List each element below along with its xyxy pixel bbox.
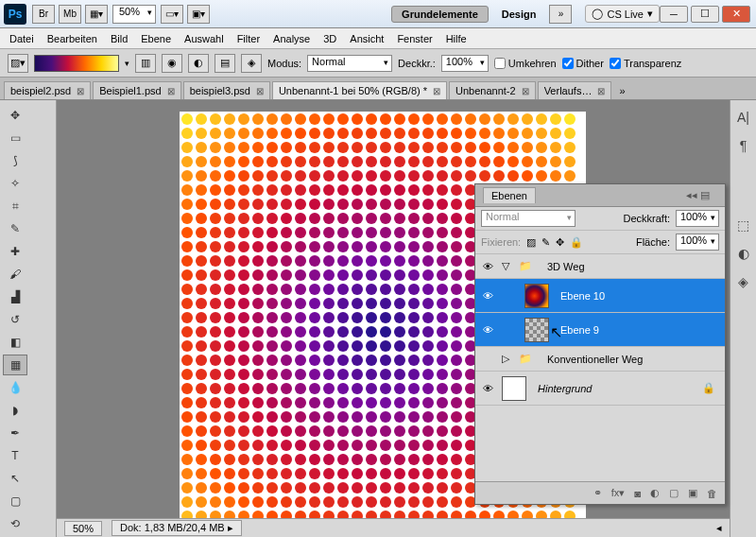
opacity-field[interactable]: 100% — [441, 55, 489, 72]
tab-close-icon[interactable]: ⊠ — [597, 86, 605, 96]
adjustment-layer-icon[interactable]: ◐ — [650, 487, 660, 499]
bridge-button[interactable]: Br — [32, 5, 55, 24]
document-tab[interactable]: Unbenannt-2⊠ — [449, 81, 536, 99]
layer-item[interactable]: 👁Ebene 9 — [475, 313, 725, 347]
gradient-diamond[interactable]: ◈ — [241, 54, 262, 73]
panel-collapse-icon[interactable]: ◂◂ ▤ — [679, 187, 717, 203]
layer-thumbnail[interactable] — [524, 284, 549, 308]
healing-tool[interactable]: ✚ — [3, 241, 27, 262]
lock-position-icon[interactable]: ✥ — [556, 236, 564, 249]
marquee-tool[interactable]: ▭ — [3, 128, 27, 148]
document-tab[interactable]: beispiel2.psd⊠ — [4, 81, 91, 99]
minibridge-button[interactable]: Mb — [59, 5, 81, 24]
document-tab[interactable]: Verlaufs…⊠ — [538, 81, 612, 99]
gradient-tool[interactable]: ▦ — [3, 355, 27, 375]
lock-transparency-icon[interactable]: ▨ — [526, 236, 536, 249]
navigator-panel-icon[interactable]: ⬚ — [737, 217, 749, 233]
dither-checkbox[interactable]: Dither — [562, 58, 604, 69]
layer-group[interactable]: 👁▽📁3D Weg — [475, 254, 725, 279]
link-layers-icon[interactable]: ⚭ — [593, 487, 602, 499]
disclosure-icon[interactable]: ▽ — [502, 260, 509, 272]
layer-fx-icon[interactable]: fx▾ — [611, 487, 626, 499]
eyedropper-tool[interactable]: ✎ — [3, 218, 27, 239]
menu-datei[interactable]: Datei — [9, 33, 34, 44]
type-tool[interactable]: T — [3, 445, 27, 466]
disclosure-icon[interactable]: ▷ — [502, 353, 509, 365]
document-tab[interactable]: Beispiel1.psd⊠ — [93, 81, 180, 99]
screenmode-button[interactable]: ▣▾ — [187, 5, 210, 24]
tab-close-icon[interactable]: ⊠ — [522, 86, 529, 96]
document-tab[interactable]: beispiel3.psd⊠ — [183, 81, 270, 99]
gradient-preview[interactable] — [34, 55, 119, 72]
gradient-linear[interactable]: ▥ — [135, 54, 156, 73]
adjustments-panel-icon[interactable]: ◐ — [738, 246, 749, 261]
arrange-button[interactable]: ▭▾ — [161, 5, 183, 24]
visibility-toggle[interactable]: 👁 — [479, 290, 496, 302]
tab-close-icon[interactable]: ⊠ — [77, 86, 84, 96]
visibility-toggle[interactable]: 👁 — [479, 324, 496, 336]
menu-analyse[interactable]: Analyse — [273, 33, 310, 44]
tab-close-icon[interactable]: ⊠ — [167, 86, 175, 96]
layer-item[interactable]: 👁Ebene 10 — [475, 279, 725, 313]
menu-3d[interactable]: 3D — [323, 33, 336, 44]
menu-filter[interactable]: Filter — [237, 33, 260, 44]
view-extras-button[interactable]: ▦▾ — [85, 5, 108, 24]
layer-mask-icon[interactable]: ◙ — [634, 488, 641, 499]
workspace-grundelemente[interactable]: Grundelemente — [391, 6, 489, 23]
lock-pixels-icon[interactable]: ✎ — [541, 236, 550, 249]
crop-tool[interactable]: ⌗ — [3, 196, 27, 217]
transparency-checkbox[interactable]: Transparenz — [610, 58, 681, 69]
layer-thumbnail[interactable] — [502, 376, 526, 401]
mode-dropdown[interactable]: Normal — [307, 55, 392, 72]
eraser-tool[interactable]: ◧ — [3, 332, 27, 353]
path-tool[interactable]: ↖ — [3, 468, 27, 489]
scroll-left-icon[interactable]: ◂ — [716, 522, 722, 534]
document-tab[interactable]: Unbenannt-1 bei 50% (RGB/8) *⊠ — [272, 81, 447, 99]
status-doc-info[interactable]: Dok: 1,83 MB/20,4 MB ▸ — [112, 520, 242, 536]
layer-opacity-field[interactable]: 100% — [676, 210, 719, 227]
tool-preset[interactable]: ▨▾ — [8, 54, 28, 73]
reverse-checkbox[interactable]: Umkehren — [494, 58, 557, 69]
menu-auswahl[interactable]: Auswahl — [184, 33, 224, 44]
tabs-overflow[interactable]: » — [613, 82, 630, 99]
layer-item[interactable]: 👁Hintergrund🔒 — [475, 372, 725, 406]
delete-layer-icon[interactable]: 🗑 — [707, 488, 717, 499]
zoom-dropdown[interactable]: 50% — [112, 5, 156, 24]
3d-tool[interactable]: ⟲ — [3, 513, 27, 534]
blur-tool[interactable]: 💧 — [3, 377, 27, 398]
gradient-angle[interactable]: ◐ — [188, 54, 209, 73]
lasso-tool[interactable]: ⟆ — [3, 150, 27, 171]
layer-thumbnail[interactable] — [524, 318, 549, 342]
menu-hilfe[interactable]: Hilfe — [446, 33, 467, 44]
new-layer-icon[interactable]: ▣ — [688, 487, 697, 499]
character-panel-icon[interactable]: A| — [737, 110, 749, 125]
workspace-design[interactable]: Design — [492, 7, 546, 22]
window-minimize[interactable]: ─ — [660, 6, 688, 23]
tab-close-icon[interactable]: ⊠ — [256, 86, 264, 96]
window-maximize[interactable]: ☐ — [691, 6, 719, 23]
move-tool[interactable]: ✥ — [3, 105, 27, 126]
menu-bearbeiten[interactable]: Bearbeiten — [47, 33, 97, 44]
menu-ebene[interactable]: Ebene — [141, 33, 171, 44]
fill-field[interactable]: 100% — [676, 234, 719, 251]
dodge-tool[interactable]: ◗ — [3, 400, 27, 421]
layer-group[interactable]: ▷📁Konventioneller Weg — [475, 347, 725, 372]
wand-tool[interactable]: ✧ — [3, 173, 27, 194]
menu-fenster[interactable]: Fenster — [397, 33, 432, 44]
layers-panel-icon[interactable]: ◈ — [738, 274, 748, 289]
pen-tool[interactable]: ✒ — [3, 423, 27, 443]
cslive-button[interactable]: ◯CS Live▾ — [585, 5, 660, 23]
tab-close-icon[interactable]: ⊠ — [433, 86, 440, 96]
gradient-radial[interactable]: ◉ — [162, 54, 182, 73]
layers-tab[interactable]: Ebenen — [483, 187, 536, 203]
gradient-reflected[interactable]: ▤ — [215, 54, 235, 73]
menu-ansicht[interactable]: Ansicht — [350, 33, 384, 44]
status-zoom[interactable]: 50% — [64, 521, 102, 536]
blend-mode-dropdown[interactable]: Normal — [481, 210, 576, 227]
paragraph-panel-icon[interactable]: ¶ — [740, 138, 747, 153]
stamp-tool[interactable]: ▟ — [3, 286, 27, 307]
lock-all-icon[interactable]: 🔒 — [570, 236, 583, 249]
history-brush-tool[interactable]: ↺ — [3, 309, 27, 330]
visibility-toggle[interactable]: 👁 — [479, 261, 496, 272]
new-group-icon[interactable]: ▢ — [669, 487, 679, 499]
